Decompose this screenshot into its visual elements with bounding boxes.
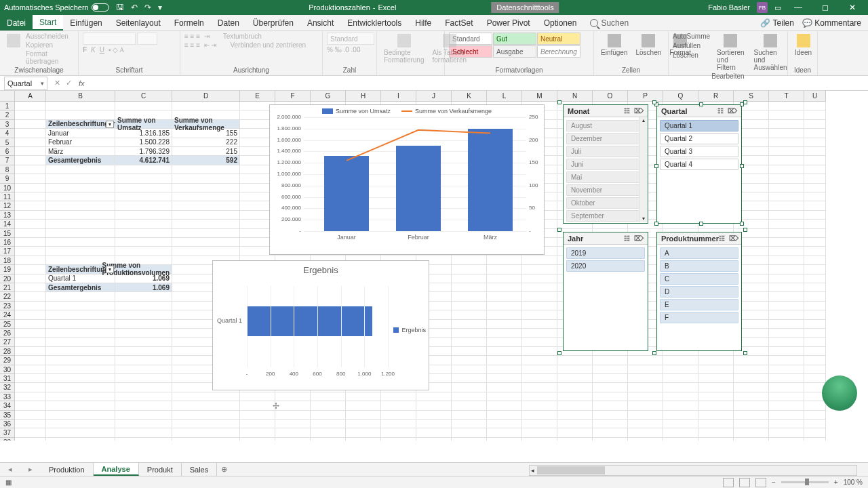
col-header[interactable]: P	[628, 91, 663, 102]
row-header[interactable]: 7	[0, 156, 15, 165]
cell[interactable]: Februar	[46, 138, 115, 147]
user-avatar[interactable]: FB	[757, 2, 768, 13]
sheet-produkt[interactable]: Produkt	[139, 463, 182, 476]
minimize-icon[interactable]: —	[788, 3, 808, 12]
view-layout-icon[interactable]	[739, 478, 750, 487]
row-header[interactable]: 13	[0, 211, 15, 220]
delete-cells-button[interactable]: Löschen	[633, 33, 664, 58]
row-header[interactable]: 2	[0, 110, 15, 119]
row-header[interactable]: 22	[0, 292, 15, 301]
col-header[interactable]: A	[15, 91, 46, 102]
row-header[interactable]: 27	[0, 338, 15, 346]
row-header[interactable]: 33	[0, 392, 15, 401]
cell[interactable]: 1.069	[115, 283, 172, 292]
cell[interactable]: 155	[172, 129, 240, 138]
tab-daten[interactable]: Daten	[211, 15, 246, 30]
fx-icon[interactable]: fx	[79, 79, 85, 87]
chart-umsatz-menge[interactable]: Summe von Umsatz Summe von Verkaufsmenge…	[269, 104, 545, 255]
row-header[interactable]: 15	[0, 229, 15, 238]
cell[interactable]: März	[46, 147, 115, 156]
name-box[interactable]: Quartal▾	[4, 77, 47, 90]
pivot-filter-icon[interactable]: ▾	[106, 121, 114, 128]
wrap-text-button[interactable]: Textumbruch	[223, 33, 262, 40]
row-header[interactable]: 8	[0, 165, 15, 174]
row-header[interactable]: 38	[0, 438, 15, 441]
autosave-switch-icon[interactable]	[92, 3, 109, 12]
col-header[interactable]: T	[769, 91, 804, 102]
col-header[interactable]: K	[452, 91, 487, 102]
row-header[interactable]: 30	[0, 365, 15, 374]
autosave-toggle[interactable]: Automatisches Speichern	[4, 3, 109, 12]
add-sheet-button[interactable]: ⊕	[217, 465, 231, 474]
autosum-button[interactable]: AutoSumme	[673, 33, 710, 40]
col-header[interactable]: H	[346, 91, 381, 102]
cell[interactable]: Januar	[46, 129, 115, 138]
qat-dropdown-icon[interactable]: ▾	[158, 3, 162, 12]
row-header[interactable]: 19	[0, 265, 15, 274]
chart-ergebnis[interactable]: Ergebnis Quartal 1 Ergebnis -20040060080…	[212, 260, 429, 390]
cell[interactable]: 1.796.329	[115, 147, 172, 156]
insert-cells-button[interactable]: Einfügen	[598, 33, 630, 58]
row-header[interactable]: 29	[0, 356, 15, 365]
view-normal-icon[interactable]	[723, 478, 734, 487]
row-header[interactable]: 9	[0, 174, 15, 183]
row-header[interactable]: 28	[0, 347, 15, 356]
zoom-out-icon[interactable]: −	[772, 479, 776, 486]
row-header[interactable]: 1	[0, 102, 15, 110]
merge-button[interactable]: Verbinden und zentrieren	[230, 41, 306, 49]
row-header[interactable]: 37	[0, 428, 15, 437]
tab-ansicht[interactable]: Ansicht	[300, 15, 340, 30]
sheet-analyse[interactable]: Analyse	[94, 463, 139, 476]
search-box[interactable]: Suchen	[590, 18, 629, 28]
ideas-button[interactable]: Ideen	[792, 33, 814, 58]
cell[interactable]: 1.500.228	[115, 138, 172, 147]
col-header[interactable]: J	[416, 91, 452, 102]
row-header[interactable]: 23	[0, 302, 15, 310]
cell[interactable]: Summe von Umsatz	[115, 120, 172, 129]
cell[interactable]: 1.069	[115, 274, 172, 283]
cell[interactable]: Gesamtergebnis	[46, 283, 115, 292]
font-size-select[interactable]	[137, 33, 157, 45]
comments-button[interactable]: 💬 Kommentare	[802, 18, 861, 28]
font-select[interactable]	[83, 33, 136, 45]
row-header[interactable]: 4	[0, 129, 15, 138]
number-format-select[interactable]: Standard	[327, 33, 374, 45]
format-as-table-button[interactable]: Als Tabelle formatieren	[429, 33, 469, 65]
row-header[interactable]: 35	[0, 411, 15, 420]
paste-button[interactable]	[4, 33, 23, 49]
col-header[interactable]: S	[734, 91, 769, 102]
clear-button[interactable]: Löschen	[673, 52, 710, 59]
style-calculation[interactable]: Berechnung	[537, 45, 580, 58]
col-header[interactable]: E	[240, 91, 275, 102]
cell[interactable]: 592	[172, 156, 240, 165]
conditional-formatting-button[interactable]: Bedingte Formatierung	[381, 33, 427, 65]
row-header[interactable]: 31	[0, 374, 15, 383]
col-header[interactable]: L	[487, 91, 522, 102]
col-header[interactable]: C	[115, 91, 172, 102]
zoom-level[interactable]: 100 %	[844, 479, 863, 486]
col-header[interactable]: O	[593, 91, 628, 102]
row-header[interactable]: 18	[0, 256, 15, 265]
tab-formeln[interactable]: Formeln	[167, 15, 211, 30]
tab-ueberpruefen[interactable]: Überprüfen	[246, 15, 300, 30]
save-icon[interactable]: 🖫	[116, 3, 124, 12]
cell[interactable]: 215	[172, 147, 240, 156]
close-icon[interactable]: ✕	[842, 3, 863, 12]
cell[interactable]: 4.612.741	[115, 156, 172, 165]
row-header[interactable]: 25	[0, 320, 15, 329]
horizontal-scrollbar[interactable]: ◂	[529, 465, 857, 476]
share-button[interactable]: 🔗 Teilen	[760, 18, 793, 28]
col-header[interactable]: I	[381, 91, 416, 102]
cell[interactable]: Zeilenbeschriftungen	[46, 120, 115, 129]
row-header[interactable]: 20	[0, 274, 15, 283]
cut-button[interactable]: Ausschneiden	[26, 33, 74, 40]
worksheet-grid[interactable]: ABCDEFGHIJKLMNOPQRSTU 123456789101112131…	[0, 91, 868, 441]
view-break-icon[interactable]	[755, 478, 766, 487]
row-header[interactable]: 5	[0, 138, 15, 147]
cell[interactable]: Gesamtergebnis	[46, 156, 115, 165]
row-header[interactable]: 34	[0, 401, 15, 410]
row-header[interactable]: 12	[0, 201, 15, 210]
sheet-sales[interactable]: Sales	[182, 463, 218, 476]
col-header[interactable]: G	[311, 91, 346, 102]
tab-start[interactable]: Start	[33, 15, 63, 30]
